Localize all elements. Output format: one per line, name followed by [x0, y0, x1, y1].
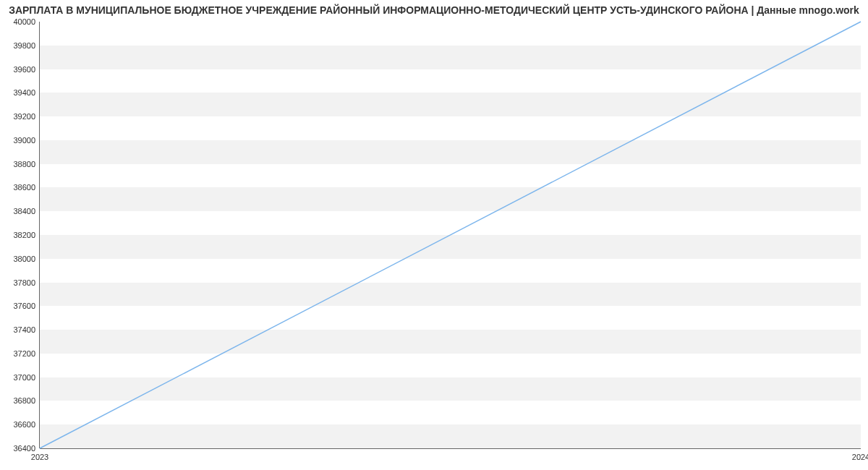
y-tick-label: 38800 — [13, 160, 35, 168]
y-tick-label: 39000 — [13, 136, 35, 145]
plot-area: 3640036600368003700037200374003760037800… — [40, 22, 861, 448]
y-tick-label: 38600 — [13, 183, 35, 192]
y-tick-label: 36600 — [13, 420, 35, 429]
y-tick-label: 36800 — [13, 396, 35, 405]
x-tick-label: 2023 — [31, 453, 48, 461]
y-tick-label: 38000 — [13, 255, 35, 263]
y-tick-label: 37800 — [13, 278, 35, 287]
y-tick-label: 37000 — [13, 373, 35, 382]
chart-title: ЗАРПЛАТА В МУНИЦИПАЛЬНОЕ БЮДЖЕТНОЕ УЧРЕЖ… — [0, 4, 868, 16]
y-tick-label: 38200 — [13, 231, 35, 239]
y-tick-label: 37600 — [13, 302, 35, 310]
y-tick-label: 39400 — [13, 88, 35, 97]
x-tick-label: 2024 — [852, 453, 868, 461]
y-tick-label: 40000 — [13, 17, 35, 26]
x-axis-line — [40, 448, 861, 449]
y-tick-label: 37400 — [13, 325, 35, 334]
y-tick-label: 37200 — [13, 349, 35, 358]
line-svg — [40, 22, 861, 448]
data-line — [40, 22, 861, 448]
chart-container: ЗАРПЛАТА В МУНИЦИПАЛЬНОЕ БЮДЖЕТНОЕ УЧРЕЖ… — [0, 0, 868, 470]
y-tick-label: 39600 — [13, 65, 35, 74]
y-tick-label: 38400 — [13, 207, 35, 215]
y-tick-label: 36400 — [13, 444, 35, 453]
y-tick-label: 39800 — [13, 41, 35, 50]
y-tick-label: 39200 — [13, 112, 35, 121]
